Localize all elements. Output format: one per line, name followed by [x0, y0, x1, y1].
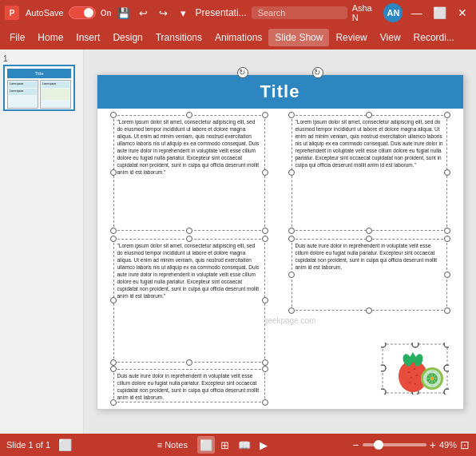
svg-point-3: [444, 343, 449, 347]
user-initials: AN: [387, 8, 400, 18]
search-input[interactable]: [252, 6, 347, 19]
slide-number-label: 1: [3, 54, 80, 63]
strawberry-image[interactable]: [381, 343, 449, 395]
text-content-2: "Lorem ipsum dolor sit amet, consectetur…: [296, 119, 443, 169]
handle5-tl[interactable]: [288, 236, 295, 242]
handle-bm[interactable]: [186, 228, 192, 234]
menu-home[interactable]: Home: [31, 29, 69, 46]
svg-point-1: [381, 343, 386, 347]
user-avatar[interactable]: AN: [383, 3, 403, 22]
save-button[interactable]: 💾: [117, 5, 132, 21]
handle2-tm[interactable]: [366, 112, 372, 118]
svg-point-26: [430, 377, 434, 380]
menu-slideshow[interactable]: Slide Show: [268, 29, 329, 46]
handle-tl[interactable]: [110, 112, 117, 118]
handle5-bl[interactable]: [288, 307, 295, 314]
notes-button[interactable]: ≡ Notes: [154, 440, 191, 450]
more-button[interactable]: ▾: [176, 5, 191, 21]
svg-point-15: [410, 377, 412, 379]
accessibility-button[interactable]: ⬜: [57, 438, 73, 451]
handle5-ml[interactable]: [288, 272, 295, 278]
text-box-3[interactable]: "Lorem ipsum dolor sit amet, consectetur…: [113, 239, 265, 363]
handle-tr[interactable]: [262, 112, 268, 118]
menu-insert[interactable]: Insert: [69, 29, 106, 46]
handle4-bl[interactable]: [110, 399, 117, 406]
handle3-ml[interactable]: [110, 297, 117, 303]
reading-view-button[interactable]: 📖: [236, 436, 253, 454]
handle3-mr[interactable]: [262, 297, 268, 303]
handle2-tl[interactable]: [288, 112, 295, 118]
handle4-tr[interactable]: [262, 366, 268, 372]
close-button[interactable]: ✕: [453, 3, 471, 22]
handle2-ml[interactable]: [288, 169, 295, 176]
slide-panel: 1 Title Lorem ipsum Lorem ipsum Lorem ip…: [0, 50, 84, 434]
handle2-mr[interactable]: [444, 169, 450, 176]
slide-title-text: Title: [260, 81, 300, 102]
svg-point-18: [414, 383, 416, 385]
zoom-area: − + 49% ⊡: [353, 438, 470, 451]
handle-br[interactable]: [262, 228, 268, 234]
autosave-toggle[interactable]: [69, 6, 96, 19]
handle2-br[interactable]: [444, 228, 450, 234]
app-icon: P: [5, 6, 19, 20]
text-box-4[interactable]: Duis aute irure dolor in reprehenderit i…: [113, 369, 265, 402]
handle5-tr[interactable]: [444, 236, 450, 242]
file-title: Presentati...: [196, 7, 247, 18]
fit-button[interactable]: ⊡: [460, 438, 470, 451]
menu-animations[interactable]: Animations: [208, 29, 268, 46]
handle5-br[interactable]: [444, 307, 450, 314]
menu-view[interactable]: View: [374, 29, 407, 46]
zoom-out-button[interactable]: −: [353, 438, 359, 451]
handle4-tl[interactable]: [110, 366, 117, 372]
handle2-tr[interactable]: [444, 112, 450, 118]
autosave-knob: [84, 8, 93, 18]
handle5-mr[interactable]: [444, 272, 450, 278]
zoom-in-button[interactable]: +: [430, 438, 436, 451]
text-content-4: Duis aute irure dolor in reprehenderit i…: [117, 373, 260, 400]
normal-view-button[interactable]: ⬜: [197, 436, 215, 454]
handle-ml[interactable]: [110, 169, 117, 176]
slideshow-view-button[interactable]: ▶: [255, 436, 272, 454]
redo-button[interactable]: ↪: [156, 5, 171, 21]
handle3-bl[interactable]: [110, 359, 117, 366]
slide-sorter-button[interactable]: ⊞: [216, 436, 234, 454]
thumbnail-inner: Title Lorem ipsum Lorem ipsum Lorem ipsu…: [5, 66, 73, 109]
menu-design[interactable]: Design: [106, 29, 149, 46]
handle5-bm[interactable]: [366, 307, 372, 314]
menu-file[interactable]: File: [3, 29, 31, 46]
handle2-bm[interactable]: [366, 228, 372, 234]
text-box-1[interactable]: "Lorem ipsum dolor sit amet, consectetur…: [113, 115, 265, 231]
minimize-button[interactable]: —: [407, 3, 426, 22]
menu-review[interactable]: Review: [329, 29, 373, 46]
zoom-slider[interactable]: [363, 443, 426, 446]
menu-recording[interactable]: Recordi...: [407, 29, 461, 46]
handle2-bl[interactable]: [288, 228, 295, 234]
menu-bar: File Home Insert Design Transitions Anim…: [0, 26, 476, 50]
handle3-bm[interactable]: [186, 359, 192, 366]
handle-bl[interactable]: [110, 228, 117, 234]
text-box-2[interactable]: "Lorem ipsum dolor sit amet, consectetur…: [292, 115, 447, 231]
handle-tm[interactable]: [186, 112, 192, 118]
view-icons: ⬜ ⊞ 📖 ▶: [197, 436, 272, 454]
handle3-tr[interactable]: [262, 236, 268, 242]
rotate-handle-left[interactable]: [237, 67, 248, 78]
undo-button[interactable]: ↩: [136, 5, 151, 21]
autosave-state: On: [101, 9, 112, 18]
handle3-tl[interactable]: [110, 236, 117, 242]
text-content-1: "Lorem ipsum dolor sit amet, consectetur…: [117, 119, 260, 176]
handle4-br[interactable]: [262, 399, 268, 406]
svg-point-4: [444, 365, 449, 371]
thumbnail-col-left: Lorem ipsum Lorem ipsum: [7, 80, 38, 109]
slide-title-area[interactable]: Title: [97, 75, 463, 109]
slide[interactable]: Title @thegeekpage.com "Lorem ipsum dolo…: [97, 74, 464, 410]
handle3-br[interactable]: [262, 359, 268, 366]
rotate-handle-right[interactable]: [312, 67, 323, 78]
slide-thumbnail[interactable]: Title Lorem ipsum Lorem ipsum Lorem ipsu…: [3, 65, 75, 111]
handle3-tm[interactable]: [186, 236, 192, 242]
menu-transitions[interactable]: Transitions: [149, 29, 208, 46]
restore-button[interactable]: ⬜: [430, 3, 449, 22]
handle-mr[interactable]: [262, 169, 268, 176]
handle5-tm[interactable]: [366, 236, 372, 242]
text-box-5[interactable]: Duis aute irure dolor in reprehenderit i…: [292, 239, 447, 311]
thumbnail-content: Lorem ipsum Lorem ipsum Lorem ipsum: [7, 80, 71, 109]
